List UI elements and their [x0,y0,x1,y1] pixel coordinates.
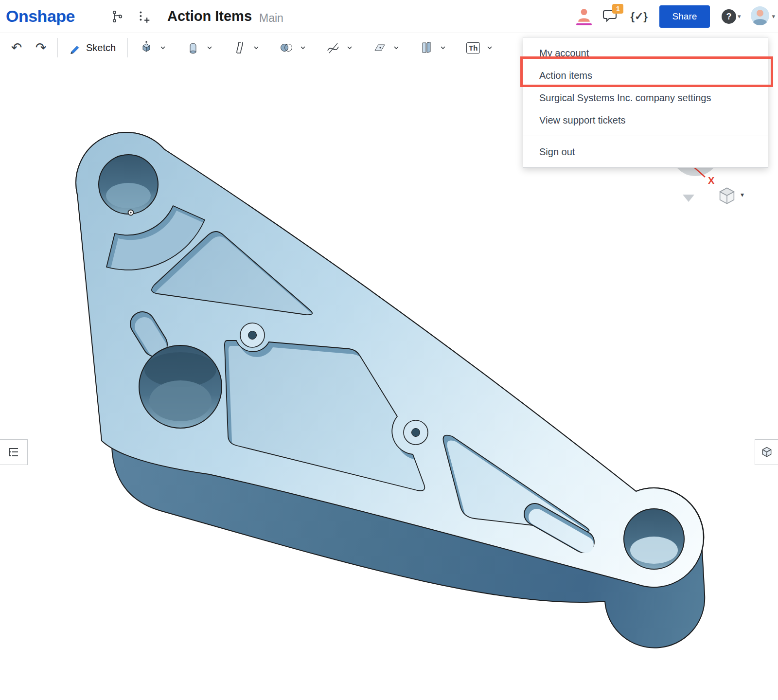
undo-button[interactable]: ↶ [7,38,26,57]
sweep-icon [232,40,247,55]
boolean-tool-button[interactable] [275,37,298,58]
top-bar: Onshape Action Items Main [0,0,778,33]
chevron-down-icon [207,46,212,50]
workspace-name[interactable]: Main [259,12,283,25]
thicken-icon: Th [466,42,480,54]
versions-button[interactable] [109,8,126,25]
versions-icon [110,9,125,24]
sweep-tool-button[interactable] [228,37,251,58]
triad-triangle-icon [683,195,694,202]
sketch-button[interactable]: Sketch [64,39,121,56]
appearance-panel-flyout-button[interactable] [755,439,778,465]
extrude-dropdown-button[interactable] [158,37,168,58]
boss-upper [240,323,265,347]
feature-list-icon [7,446,20,459]
sketch-pencil-icon [69,41,82,54]
onshape-logo[interactable]: Onshape [6,7,75,26]
pattern-tool-button[interactable] [415,37,438,58]
avatar-icon [750,6,770,25]
chevron-down-icon [441,46,445,50]
surface-icon [326,40,340,55]
hole-bottom-right [624,509,684,569]
onshape-app-window: Onshape Action Items Main [0,0,778,700]
vertex-marker[interactable] [128,210,134,215]
hole-top-left [99,155,158,214]
toolbar-separator [57,38,58,57]
extrude-icon [139,40,154,55]
extrude-tool-button[interactable] [135,37,158,58]
help-caret-icon: ▾ [738,13,741,20]
person-icon [576,7,592,23]
thicken-dropdown-button[interactable] [485,37,495,58]
thicken-tool-button[interactable]: Th [461,37,485,58]
user-menu-item[interactable]: View support tickets [523,109,768,131]
plane-tool-button[interactable] [368,37,391,58]
chevron-down-icon [394,46,399,50]
chevron-down-icon [160,46,165,50]
chevron-down-icon [254,46,259,50]
parts-cube-icon [760,446,773,459]
part-model[interactable] [76,132,705,648]
toolbar-separator [127,38,128,57]
notification-badge: 1 [612,4,623,14]
menu-divider [523,136,768,136]
comments-button[interactable]: 1 [602,8,618,25]
boolean-dropdown-button[interactable] [298,37,308,58]
revolve-icon [186,40,200,55]
presence-avatar[interactable] [576,7,592,25]
user-menu-item-sign-out[interactable]: Sign out [523,141,768,163]
chevron-down-icon [301,46,305,50]
surface-dropdown-button[interactable] [345,37,354,58]
x-axis-label: X [708,175,714,186]
revolve-dropdown-button[interactable] [205,37,214,58]
revolve-tool-button[interactable] [181,37,205,58]
main-menu-button[interactable] [87,11,100,21]
view-cube-icon [717,186,737,206]
share-button[interactable]: Share [659,5,710,28]
redo-button[interactable]: ↷ [31,38,51,57]
surface-tool-button[interactable] [321,37,345,58]
featurescript-button[interactable]: {✓} [630,10,648,23]
insert-element-icon [136,9,152,24]
user-menu-item[interactable]: Action items [523,64,768,87]
user-menu-caret-icon[interactable]: ▾ [772,13,775,20]
user-menu-item[interactable]: My account [523,42,768,64]
pocket-small-left [142,324,157,347]
user-menu-item[interactable]: Surgical Systems Inc. company settings [523,87,768,109]
help-icon: ? [722,9,736,24]
pattern-dropdown-button[interactable] [438,37,448,58]
hole-middle [139,345,222,428]
sweep-dropdown-button[interactable] [251,37,261,58]
plane-dropdown-button[interactable] [391,37,401,58]
document-title: Action Items [167,8,252,24]
chevron-down-icon [487,46,492,50]
sketch-label: Sketch [86,42,116,54]
pattern-icon [419,40,434,55]
boss-lower [404,420,428,445]
chevron-down-icon [347,46,352,50]
view-cube-caret-icon[interactable]: ▾ [741,191,744,198]
boolean-icon [279,40,294,55]
plane-icon [372,40,387,55]
feature-list-flyout-button[interactable] [0,439,28,465]
help-button[interactable]: ? ▾ [722,9,741,24]
insert-element-button[interactable] [135,8,153,25]
user-avatar-button[interactable] [750,6,770,27]
presence-underline [576,23,592,25]
view-cube-button[interactable] [717,186,737,208]
user-menu: My accountAction itemsSurgical Systems I… [523,37,768,168]
